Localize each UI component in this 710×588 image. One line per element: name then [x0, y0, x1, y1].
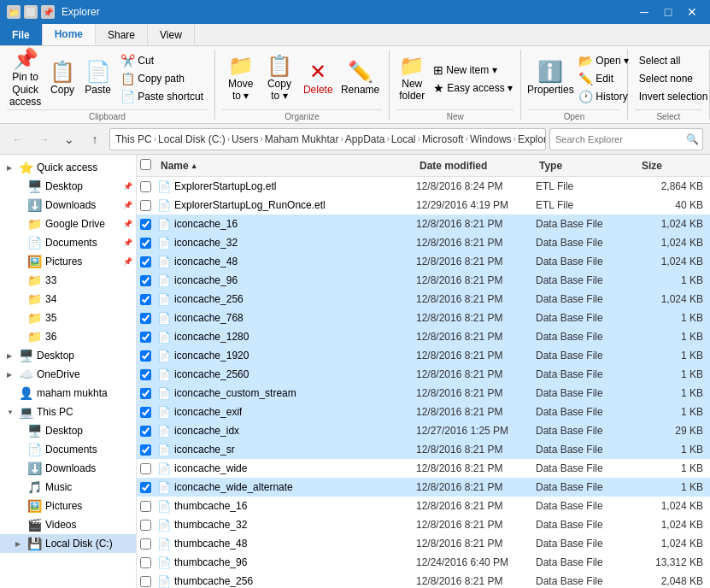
sidebar-item-user[interactable]: 👤 maham mukhta [0, 384, 136, 403]
breadcrumb-part-local[interactable]: Local [391, 133, 416, 145]
row-check-9[interactable] [140, 350, 157, 362]
pin-quick-access-button[interactable]: 📌 Pin to Quickaccess [7, 50, 44, 108]
close-button[interactable]: ✕ [681, 3, 703, 21]
header-type[interactable]: Type [536, 155, 638, 176]
up-button[interactable]: ↑ [84, 128, 106, 150]
table-row[interactable]: 📄 thumbcache_32 12/8/2016 8:21 PM Data B… [137, 515, 710, 534]
sidebar-item-pictures1[interactable]: 🖼️ Pictures 📌 [0, 252, 136, 271]
select-none-button[interactable]: Select none [635, 70, 710, 87]
sidebar-item-pictures-thispc[interactable]: 🖼️ Pictures [0, 497, 136, 515]
header-size[interactable]: Size [638, 155, 707, 176]
cut-button[interactable]: ✂️ Cut [116, 52, 208, 69]
file-checkbox-3[interactable] [140, 238, 151, 249]
table-row[interactable]: 📄 iconcache_sr 12/8/2016 8:21 PM Data Ba… [137, 440, 710, 459]
rename-button[interactable]: ✏️ Rename [338, 50, 382, 108]
paste-shortcut-button[interactable]: 📄 Paste shortcut [116, 88, 208, 105]
file-checkbox-17[interactable] [140, 501, 151, 512]
breadcrumb-part-localdisk[interactable]: Local Disk (C:) [158, 133, 226, 145]
copy-path-button[interactable]: 📋 Copy path [116, 70, 208, 87]
minimize-button[interactable]: ─ [633, 3, 655, 21]
row-check-16[interactable] [140, 482, 157, 493]
breadcrumb-part-users[interactable]: Users [232, 133, 258, 145]
open-button[interactable]: 📂 Open ▾ [574, 52, 633, 69]
table-row[interactable]: 📄 iconcache_96 12/8/2016 8:21 PM Data Ba… [137, 271, 710, 290]
new-item-button[interactable]: ⊞ New item ▾ [429, 62, 517, 79]
sidebar-item-quickaccess[interactable]: ▶ ⭐ Quick access [0, 158, 136, 177]
select-all-checkbox[interactable] [140, 159, 151, 170]
table-row[interactable]: 📄 thumbcache_16 12/8/2016 8:21 PM Data B… [137, 497, 710, 515]
row-check-1[interactable] [140, 200, 157, 211]
sidebar-item-googledrive[interactable]: 📁 Google Drive 📌 [0, 215, 136, 233]
sidebar-item-documents1[interactable]: 📄 Documents 📌 [0, 233, 136, 252]
row-check-11[interactable] [140, 388, 157, 399]
breadcrumb-part-thispc[interactable]: This PC [115, 133, 152, 145]
file-checkbox-8[interactable] [140, 332, 151, 343]
new-folder-button[interactable]: 📁 Newfolder [396, 50, 427, 108]
sidebar-item-documents-thispc[interactable]: 📄 Documents [0, 440, 136, 459]
move-to-button[interactable]: 📁 Moveto ▾ [222, 50, 259, 108]
file-checkbox-18[interactable] [140, 520, 151, 531]
breadcrumb-part-microsoft[interactable]: Microsoft [422, 133, 464, 145]
sidebar-item-desktop2[interactable]: ▶ 🖥️ Desktop [0, 346, 136, 365]
row-check-21[interactable] [140, 576, 157, 587]
forward-button[interactable]: → [32, 128, 55, 150]
breadcrumb-part-explorer[interactable]: Explorer [518, 133, 546, 145]
table-row[interactable]: 📄 iconcache_wide_alternate 12/8/2016 8:2… [137, 478, 710, 497]
tab-file[interactable]: File [0, 24, 43, 45]
table-row[interactable]: 📄 iconcache_32 12/8/2016 8:21 PM Data Ba… [137, 233, 710, 252]
table-row[interactable]: 📄 thumbcache_256 12/8/2016 8:21 PM Data … [137, 572, 710, 588]
file-checkbox-13[interactable] [140, 426, 151, 437]
maximize-button[interactable]: □ [657, 3, 679, 21]
sidebar-item-33[interactable]: 📁 33 [0, 271, 136, 290]
breadcrumb-part-appdata[interactable]: AppData [345, 133, 385, 145]
history-button[interactable]: 🕐 History [574, 88, 633, 105]
table-row[interactable]: 📄 iconcache_idx 12/27/2016 1:25 PM Data … [137, 421, 710, 440]
file-checkbox-19[interactable] [140, 538, 151, 550]
table-row[interactable]: 📄 iconcache_48 12/8/2016 8:21 PM Data Ba… [137, 252, 710, 271]
paste-button[interactable]: 📄 Paste [81, 50, 114, 108]
edit-button[interactable]: ✏️ Edit [574, 70, 633, 87]
file-checkbox-14[interactable] [140, 444, 151, 456]
file-checkbox-4[interactable] [140, 256, 151, 268]
row-check-13[interactable] [140, 426, 157, 437]
back-button[interactable]: ← [7, 128, 29, 150]
copy-to-button[interactable]: 📋 Copyto ▾ [261, 50, 297, 108]
row-check-19[interactable] [140, 538, 157, 550]
table-row[interactable]: 📄 iconcache_exif 12/8/2016 8:21 PM Data … [137, 403, 710, 421]
header-name[interactable]: Name ▲ [157, 155, 416, 176]
file-checkbox-5[interactable] [140, 275, 151, 286]
breadcrumb-part-user[interactable]: Maham Mukhtar [265, 133, 339, 145]
file-checkbox-11[interactable] [140, 388, 151, 399]
sidebar-item-onedrive[interactable]: ▶ ☁️ OneDrive [0, 365, 136, 384]
file-checkbox-10[interactable] [140, 369, 151, 380]
file-checkbox-20[interactable] [140, 557, 151, 568]
table-row[interactable]: 📄 iconcache_custom_stream 12/8/2016 8:21… [137, 384, 710, 403]
table-row[interactable]: 📄 iconcache_1280 12/8/2016 8:21 PM Data … [137, 327, 710, 346]
table-row[interactable]: 📄 iconcache_2560 12/8/2016 8:21 PM Data … [137, 365, 710, 384]
sidebar-item-34[interactable]: 📁 34 [0, 290, 136, 309]
sidebar-item-thispc[interactable]: ▼ 💻 This PC [0, 403, 136, 421]
copy-button[interactable]: 📋 Copy [45, 50, 79, 108]
sidebar-item-downloads-thispc[interactable]: ⬇️ Downloads [0, 459, 136, 478]
table-row[interactable]: 📄 iconcache_1920 12/8/2016 8:21 PM Data … [137, 346, 710, 365]
row-check-17[interactable] [140, 501, 157, 512]
file-checkbox-0[interactable] [140, 181, 151, 192]
invert-selection-button[interactable]: Invert selection [635, 88, 710, 105]
header-date[interactable]: Date modified [416, 155, 536, 176]
file-checkbox-9[interactable] [140, 350, 151, 362]
row-check-5[interactable] [140, 275, 157, 286]
breadcrumb-part-windows[interactable]: Windows [470, 133, 512, 145]
search-box[interactable]: 🔍 [549, 128, 703, 150]
row-check-10[interactable] [140, 369, 157, 380]
file-checkbox-2[interactable] [140, 219, 151, 230]
table-row[interactable]: 📄 thumbcache_48 12/8/2016 8:21 PM Data B… [137, 534, 710, 553]
sidebar-item-35[interactable]: 📁 35 [0, 309, 136, 327]
row-check-14[interactable] [140, 444, 157, 456]
row-check-2[interactable] [140, 219, 157, 230]
row-check-6[interactable] [140, 294, 157, 305]
table-row[interactable]: 📄 ExplorerStartupLog.etl 12/8/2016 8:24 … [137, 177, 710, 196]
row-check-7[interactable] [140, 313, 157, 324]
row-check-3[interactable] [140, 238, 157, 249]
row-check-8[interactable] [140, 332, 157, 343]
table-row[interactable]: 📄 iconcache_256 12/8/2016 8:21 PM Data B… [137, 290, 710, 309]
